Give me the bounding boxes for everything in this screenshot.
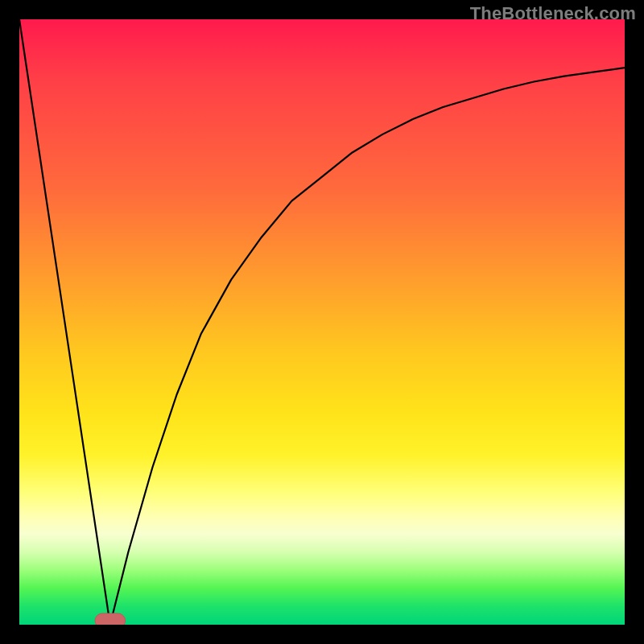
optimal-marker [95,613,126,625]
plot-area [19,19,625,625]
optimal-marker-shape [95,613,126,625]
curve-layer [19,19,625,625]
bottleneck-curve [19,19,625,625]
chart-frame: TheBottleneck.com [0,0,644,644]
curve-path [19,19,625,625]
watermark-text: TheBottleneck.com [470,3,636,24]
